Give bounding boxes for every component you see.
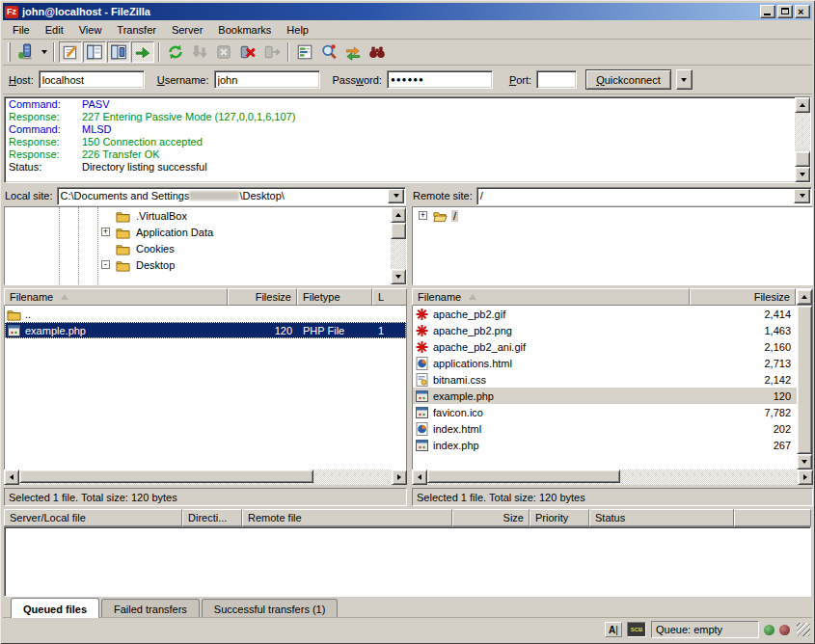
directory-comparison-button[interactable] (317, 41, 340, 63)
toolbar-grip[interactable] (8, 42, 11, 62)
file-row-example-php[interactable]: example.php 120 PHP File 1 (5, 322, 406, 338)
tab-failed-transfers[interactable]: Failed transfers (101, 599, 200, 617)
scroll-up-button[interactable] (797, 289, 812, 305)
scroll-thumb[interactable] (391, 223, 406, 239)
toggle-transfer-queue-button[interactable] (131, 41, 154, 63)
column-priority[interactable]: Priority (530, 509, 589, 526)
scroll-right-button[interactable] (798, 470, 813, 485)
remote-combo-dropdown[interactable] (794, 189, 810, 203)
local-hscrollbar[interactable] (4, 470, 407, 485)
tree-item-desktop[interactable]: - Desktop (5, 256, 391, 273)
scroll-thumb[interactable] (795, 151, 810, 167)
file-row[interactable]: index.php 267 (413, 437, 797, 453)
file-row-parent-dir[interactable]: .. (5, 306, 406, 322)
minimize-button[interactable] (760, 5, 775, 18)
file-row[interactable]: bitnami.css 2,142 (413, 371, 797, 388)
tab-successful-transfers[interactable]: Successful transfers (1) (202, 599, 339, 617)
synchronized-browsing-button[interactable] (341, 41, 365, 63)
column-size[interactable]: Size (452, 509, 530, 526)
reconnect-button[interactable] (260, 41, 284, 63)
column-filename[interactable]: Filename (412, 288, 690, 306)
quickconnect-dropdown[interactable] (676, 69, 693, 90)
file-row[interactable]: apache_pb2.png 1,463 (413, 322, 797, 338)
remote-directory-tree: + / (412, 206, 813, 285)
file-name: index.php (433, 440, 479, 451)
toggle-message-log-button[interactable] (59, 41, 82, 63)
column-filesize[interactable]: Filesize (690, 288, 796, 306)
disconnect-button[interactable] (236, 41, 259, 63)
host-input[interactable] (39, 70, 145, 89)
maximize-button[interactable] (777, 5, 793, 18)
file-row-selected[interactable]: example.php 120 (413, 388, 797, 404)
tree-item-virtualbox[interactable]: .VirtualBox (5, 207, 391, 224)
scroll-up-button[interactable] (391, 207, 406, 223)
file-row[interactable]: applications.html 2,713 (413, 355, 797, 371)
column-filesize[interactable]: Filesize (228, 288, 297, 306)
file-name: bitnami.css (433, 374, 486, 386)
tree-item-cookies[interactable]: Cookies (5, 240, 391, 256)
remote-hscrollbar[interactable] (412, 470, 813, 485)
scroll-down-button[interactable] (391, 269, 406, 284)
cancel-operation-button[interactable] (212, 41, 235, 63)
queue-list[interactable] (4, 526, 811, 597)
close-button[interactable]: × (795, 5, 810, 18)
port-input[interactable] (536, 70, 577, 89)
local-combo-dropdown[interactable] (388, 189, 404, 203)
scroll-thumb[interactable] (797, 306, 812, 454)
password-input[interactable] (387, 70, 493, 89)
menu-server[interactable]: Server (164, 22, 210, 38)
expand-minus-icon[interactable]: - (101, 260, 110, 269)
process-queue-button[interactable] (188, 41, 211, 63)
remote-list-scrollbar[interactable] (797, 306, 812, 470)
php-file-icon (415, 389, 429, 403)
file-row[interactable]: favicon.ico 7,782 (413, 404, 797, 420)
scroll-up-button[interactable] (795, 97, 810, 113)
file-row[interactable]: apache_pb2.gif 2,414 (413, 306, 797, 322)
menu-bookmarks[interactable]: Bookmarks (210, 22, 279, 38)
toggle-remote-tree-button[interactable] (107, 41, 130, 63)
find-files-button[interactable] (366, 41, 389, 63)
scroll-right-button[interactable] (392, 470, 407, 485)
log-scrollbar[interactable] (795, 97, 810, 182)
site-manager-dropdown[interactable] (39, 41, 49, 63)
menu-edit[interactable]: Edit (38, 22, 71, 38)
menu-file[interactable]: File (5, 22, 38, 38)
file-row[interactable]: index.html 202 (413, 420, 797, 437)
tree-item-application-data[interactable]: + Application Data (5, 224, 391, 240)
ascii-data-type-icon[interactable]: A| (605, 622, 622, 637)
column-remote-file[interactable]: Remote file (242, 509, 452, 526)
resize-grip[interactable] (797, 623, 810, 636)
toolbar-separator (53, 42, 55, 62)
menu-transfer[interactable]: Transfer (109, 22, 164, 38)
quickconnect-button[interactable]: Quickconnect (585, 69, 671, 90)
column-filetype[interactable]: Filetype (297, 288, 372, 306)
column-last-modified[interactable]: L (372, 288, 407, 306)
password-label: Password: (333, 74, 382, 86)
filter-button[interactable] (293, 41, 316, 63)
scroll-thumb[interactable] (427, 470, 620, 483)
scroll-left-button[interactable] (4, 470, 19, 485)
expand-plus-icon[interactable]: + (101, 228, 110, 236)
remote-site-combo[interactable]: / (476, 187, 812, 205)
menu-help[interactable]: Help (279, 22, 316, 38)
menu-view[interactable]: View (71, 22, 110, 38)
column-direction[interactable]: Directi... (182, 509, 242, 526)
column-server-local-file[interactable]: Server/Local file (4, 509, 182, 526)
tree-item-root[interactable]: + / (413, 207, 812, 224)
toggle-local-tree-button[interactable] (83, 41, 106, 63)
file-row[interactable]: apache_pb2_ani.gif 2,160 (413, 338, 797, 355)
speed-limit-icon[interactable]: SCB (627, 622, 646, 637)
site-manager-button[interactable] (14, 41, 38, 63)
scroll-down-button[interactable] (797, 454, 812, 470)
expand-plus-icon[interactable]: + (419, 211, 427, 220)
scroll-thumb[interactable] (19, 470, 313, 483)
scroll-down-button[interactable] (795, 167, 810, 182)
username-input[interactable] (214, 70, 320, 89)
refresh-button[interactable] (164, 41, 187, 63)
tab-queued-files[interactable]: Queued files (11, 598, 99, 618)
local-tree-scrollbar[interactable] (391, 207, 406, 284)
column-status[interactable]: Status (589, 509, 734, 526)
column-filename[interactable]: Filename (4, 288, 228, 306)
local-site-combo[interactable]: C:\Documents and Settings\Desktop\ (57, 187, 406, 205)
scroll-left-button[interactable] (412, 470, 427, 485)
